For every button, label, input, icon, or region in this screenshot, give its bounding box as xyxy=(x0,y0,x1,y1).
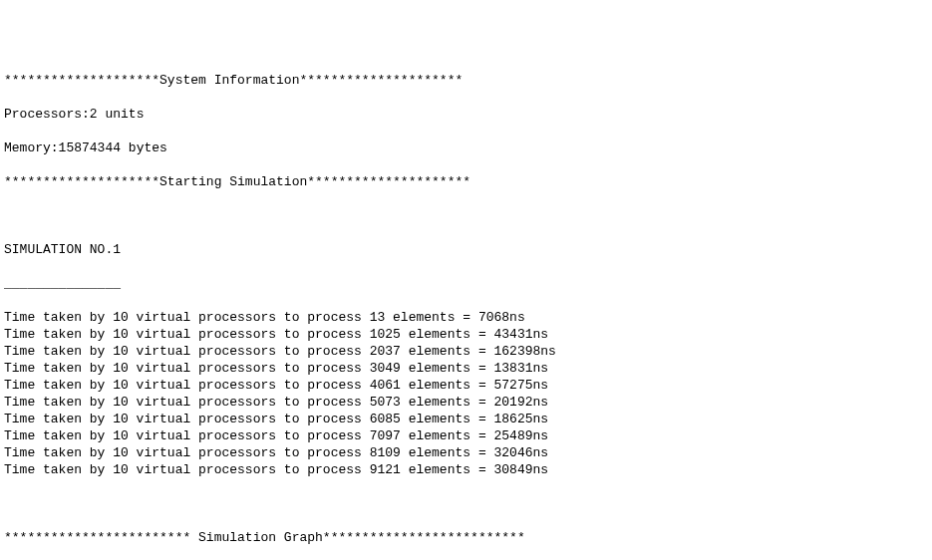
simulation-row: Time taken by 10 virtual processors to p… xyxy=(4,377,928,394)
simulation-row: Time taken by 10 virtual processors to p… xyxy=(4,411,928,427)
processors-unit: units xyxy=(98,107,145,122)
processors-label: Processors: xyxy=(4,107,90,122)
blank-line xyxy=(4,207,928,224)
memory-value: 15874344 xyxy=(59,140,121,155)
memory-unit: bytes xyxy=(121,140,167,155)
simulation-row: Time taken by 10 virtual processors to p… xyxy=(4,360,928,377)
graph-banner: ************************ Simulation Grap… xyxy=(4,529,928,546)
simulation-row: Time taken by 10 virtual processors to p… xyxy=(4,444,928,461)
simulation-row: Time taken by 10 virtual processors to p… xyxy=(4,309,928,326)
processors-line: Processors:2 units xyxy=(4,106,928,123)
processors-value: 2 xyxy=(90,107,98,122)
blank-line xyxy=(4,495,928,512)
memory-line: Memory:15874344 bytes xyxy=(4,140,928,156)
simulation-row: Time taken by 10 virtual processors to p… xyxy=(4,326,928,343)
memory-label: Memory: xyxy=(4,140,59,155)
starting-banner: ********************Starting Simulation*… xyxy=(4,173,928,190)
simulation-row: Time taken by 10 virtual processors to p… xyxy=(4,427,928,444)
simulation-row: Time taken by 10 virtual processors to p… xyxy=(4,343,928,360)
simulation-row: Time taken by 10 virtual processors to p… xyxy=(4,461,928,478)
simulation-rows: Time taken by 10 virtual processors to p… xyxy=(4,309,928,478)
simulation-title: SIMULATION NO.1 xyxy=(4,241,928,258)
simulation-underline: _______________ xyxy=(4,275,928,292)
sysinfo-banner: ********************System Information**… xyxy=(4,72,928,89)
simulation-row: Time taken by 10 virtual processors to p… xyxy=(4,394,928,411)
